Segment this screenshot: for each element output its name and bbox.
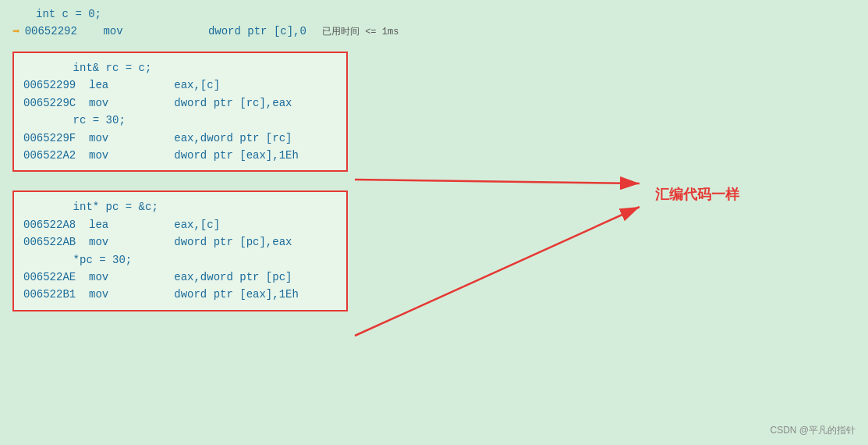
main-container: int c = 0; ➡ 00652292 mov dword ptr [c],… [0,0,868,445]
time-comment: 已用时间 <= 1ms [322,25,399,38]
box2-line1: int* pc = &c; [23,198,337,215]
box2-line4: *pc = 30; [23,251,337,269]
box1-line4: rc = 30; [23,112,337,129]
watermark: CSDN @平凡的指针 [770,424,856,437]
spacer1 [12,42,653,52]
box1-line3: 0065229C mov dword ptr [rc],eax [23,94,337,112]
arrow-line: ➡ 00652292 mov dword ptr [c],0 已用时间 <= 1… [12,23,653,39]
box2-line2: 006522A8 lea eax,[c] [23,216,337,233]
arrow-icon: ➡ [12,23,20,39]
code-box-reference: int& rc = c; 00652299 lea eax,[c] 006522… [12,52,348,172]
box1-line1: int& rc = c; [23,59,337,77]
box1-line2: 00652299 lea eax,[c] [23,77,337,94]
code-box-pointer: int* pc = &c; 006522A8 lea eax,[c] 00652… [12,190,348,311]
arrow-operands: dword ptr [c],0 [208,25,306,37]
arrow-address: 00652292 [25,25,77,37]
arrow-code: 00652292 mov dword ptr [c],0 [25,25,306,37]
box2-line5: 006522AE mov eax,dword ptr [pc] [23,269,337,286]
box1-line5: 0065229F mov eax,dword ptr [rc] [23,130,337,147]
arrow-instruction: mov [103,25,122,37]
top-code-line: int c = 0; [12,8,653,20]
right-panel [665,0,868,445]
box2-line3: 006522AB mov dword ptr [pc],eax [23,233,337,251]
box1-line6: 006522A2 mov dword ptr [eax],1Eh [23,147,337,164]
code-section: int c = 0; ➡ 00652292 mov dword ptr [c],… [0,0,665,445]
spacer2 [12,181,653,190]
box2-line6: 006522B1 mov dword ptr [eax],1Eh [23,286,337,303]
